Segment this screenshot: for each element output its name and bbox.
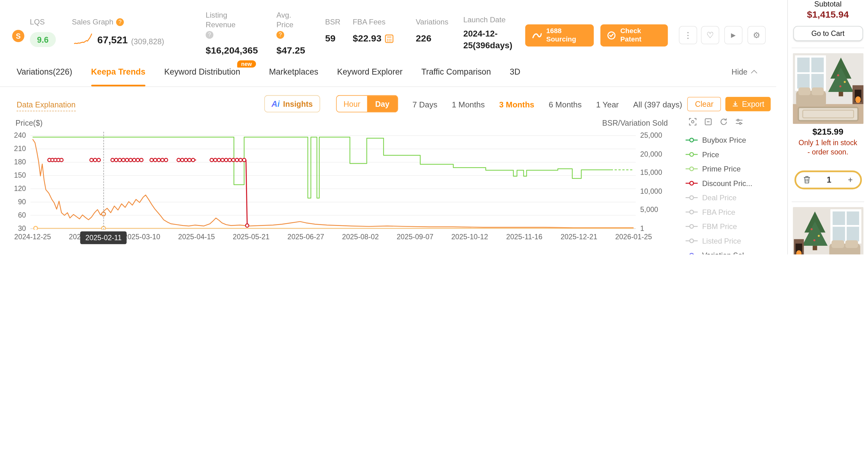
stat-variations: Variations 226 <box>416 18 448 44</box>
divider <box>792 201 864 202</box>
zoom-reset-icon[interactable] <box>704 117 713 126</box>
patent-icon <box>607 31 616 40</box>
range-6-months[interactable]: 6 Months <box>549 100 582 109</box>
day-toggle[interactable]: Day <box>367 96 398 112</box>
tab-keepa-trends[interactable]: Keepa Trends <box>91 57 145 86</box>
legend-label: Variation Sol... <box>702 251 750 254</box>
avg-price-value: $47.25 <box>276 45 305 56</box>
tab-keyword-distribution[interactable]: Keyword Distributionnew <box>164 57 240 86</box>
tab-variations[interactable]: Variations(226) <box>17 57 72 86</box>
y-axis-tick: 210 <box>2 145 26 153</box>
restore-icon[interactable] <box>719 117 728 126</box>
x-axis-tick: 2025-12-21 <box>556 232 602 241</box>
listing-revenue-value: $16,204,365 <box>206 45 258 56</box>
stock-warning: Only 1 left in stock - order soon. <box>793 138 863 157</box>
legend-label: FBM Price <box>702 222 737 231</box>
stat-avg-price: Avg. Price ? $47.25 <box>276 16 305 56</box>
hide-panel-button[interactable]: Hide <box>732 57 756 86</box>
y-axis-tick: 90 <box>2 197 26 206</box>
fba-fees-value: $22.93 <box>353 33 381 44</box>
legend-item[interactable]: Listed Price <box>686 234 781 248</box>
heart-icon: ♡ <box>706 30 714 40</box>
price-chart-legend: Buybox PricePricePrime PriceDiscount Pri… <box>686 133 781 254</box>
help-icon[interactable]: ? <box>276 31 284 39</box>
series-toggle-icon[interactable] <box>735 117 744 126</box>
lqs-score: 9.6 <box>30 32 56 47</box>
range-1-year[interactable]: 1 Year <box>596 100 619 109</box>
page: S LQS 9.6 Sales Graph? 67,521 (309,828) … <box>0 0 868 254</box>
tab-marketplaces[interactable]: Marketplaces <box>269 57 318 86</box>
quantity-stepper: 1 + <box>794 170 862 189</box>
amazon-cart-sidebar: Subtotal $1,415.94 Go to Cart <box>787 0 868 254</box>
x-axis-tick: 2025-05-21 <box>228 232 274 241</box>
range-7-days[interactable]: 7 Days <box>412 100 437 109</box>
stat-bsr: BSR 59 <box>325 18 341 44</box>
legend-item[interactable]: Variation Sol... <box>686 248 781 254</box>
help-icon[interactable]: ? <box>116 19 124 26</box>
stat-listing-revenue: Listing Revenue ? $16,204,365 <box>206 16 258 56</box>
x-axis-tick: 2025-09-07 <box>392 232 438 241</box>
ai-insights-button[interactable]: Ai Insights <box>264 95 320 112</box>
ai-logo-icon: Ai <box>271 99 280 108</box>
favorite-button[interactable]: ♡ <box>701 26 719 44</box>
divider <box>792 48 864 48</box>
fba-fees-label: FBA Fees <box>353 18 394 27</box>
legend-item[interactable]: Discount Pric... <box>686 176 781 191</box>
data-explanation-link[interactable]: Data Explanation <box>17 100 76 111</box>
hour-toggle[interactable]: Hour <box>337 96 367 112</box>
clear-button[interactable]: Clear <box>687 97 721 111</box>
range-3-months[interactable]: 3 Months <box>499 100 534 109</box>
y-axis-tick: 150 <box>2 171 26 180</box>
play-icon: ▶ <box>731 32 736 39</box>
increase-quantity-button[interactable]: + <box>848 175 853 184</box>
subtotal-label: Subtotal <box>793 0 863 8</box>
legend-item[interactable]: Buybox Price <box>686 133 781 147</box>
settings-button[interactable]: ⚙ <box>747 26 766 44</box>
legend-item[interactable]: Prime Price <box>686 162 781 176</box>
legend-item[interactable]: FBM Price <box>686 219 781 234</box>
fba-calculator-icon[interactable] <box>385 34 394 43</box>
check-patent-label: Check Patent <box>620 27 649 44</box>
tab-traffic-comparison[interactable]: Traffic Comparison <box>421 57 491 86</box>
check-patent-button[interactable]: Check Patent <box>600 24 668 47</box>
export-button[interactable]: Export <box>725 97 771 111</box>
subtotal-value: $1,415.94 <box>793 9 863 21</box>
trash-icon <box>803 175 810 184</box>
delete-item-button[interactable] <box>803 175 810 184</box>
x-axis-tick: 2025-11-16 <box>501 232 548 241</box>
go-to-cart-button[interactable]: Go to Cart <box>793 26 863 41</box>
variations-value: 226 <box>416 33 448 44</box>
y-axis-tick-right: 10,000 <box>640 187 662 196</box>
x-axis-tick: 2025-10-12 <box>446 232 493 241</box>
y-axis-tick: 120 <box>2 184 26 194</box>
legend-item[interactable]: Deal Price <box>686 190 781 205</box>
tab-keyword-explorer[interactable]: Keyword Explorer <box>337 57 403 86</box>
legend-item[interactable]: Price <box>686 147 781 162</box>
ellipsis-icon: ⋮ <box>684 30 692 40</box>
y-axis-tick-right: 25,000 <box>640 131 662 140</box>
bsr-axis-title: BSR/Variation Sold <box>579 118 668 127</box>
chevron-up-icon <box>751 69 757 76</box>
sales-sparkline-chart <box>72 32 94 46</box>
legend-label: Price <box>702 150 719 159</box>
help-icon[interactable]: ? <box>206 31 213 39</box>
quantity-value: 1 <box>827 175 832 184</box>
zoom-select-icon[interactable] <box>688 117 698 126</box>
more-options-button[interactable]: ⋮ <box>679 26 697 44</box>
product-image[interactable] <box>793 207 864 254</box>
header-stats: S LQS 9.6 Sales Graph? 67,521 (309,828) … <box>0 0 787 57</box>
tab-3d[interactable]: 3D <box>510 57 520 86</box>
sourcing-1688-button[interactable]: 1688 Sourcing <box>525 24 594 47</box>
range-all[interactable]: All (397 days) <box>633 100 682 109</box>
stat-fba-fees: FBA Fees $22.93 <box>353 18 394 44</box>
video-button[interactable]: ▶ <box>724 26 743 44</box>
rating-axis-title: Rating/Sellers <box>16 254 64 254</box>
time-range-selector: 7 Days 1 Months 3 Months 6 Months 1 Year… <box>412 100 682 109</box>
range-1-months[interactable]: 1 Months <box>452 100 485 109</box>
avg-price-label: Avg. Price <box>276 11 293 29</box>
product-price: $215.99 <box>793 127 863 137</box>
product-image[interactable] <box>793 53 864 124</box>
gear-icon: ⚙ <box>753 30 761 40</box>
legend-item[interactable]: FBA Price <box>686 205 781 220</box>
price-chart-plot[interactable]: 24021018015012090603025,00020,00015,0001… <box>30 132 636 230</box>
